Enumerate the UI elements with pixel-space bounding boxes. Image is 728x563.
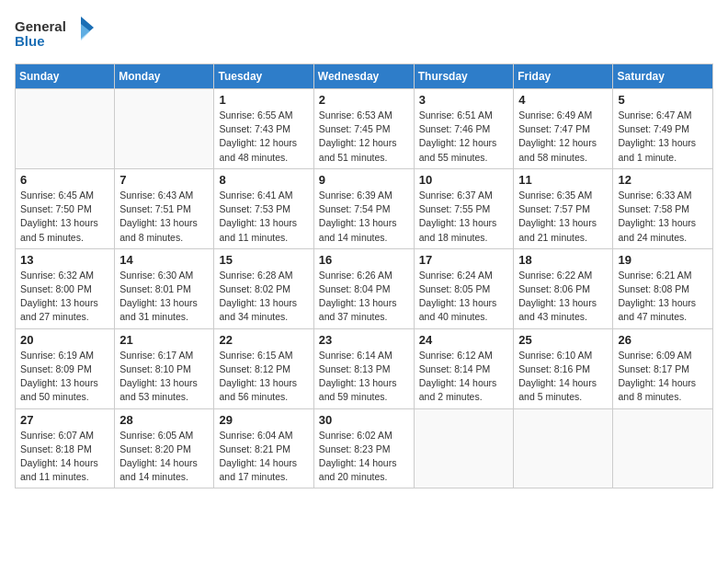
day-number: 27 [20,413,109,427]
day-number: 26 [618,333,708,347]
calendar-cell: 13Sunrise: 6:32 AM Sunset: 8:00 PM Dayli… [16,248,115,328]
calendar-cell: 28Sunrise: 6:05 AM Sunset: 8:20 PM Dayli… [115,408,214,488]
calendar-cell: 29Sunrise: 6:04 AM Sunset: 8:21 PM Dayli… [214,408,313,488]
calendar-cell: 2Sunrise: 6:53 AM Sunset: 7:45 PM Daylig… [313,89,414,169]
day-info: Sunrise: 6:41 AM Sunset: 7:53 PM Dayligh… [219,189,308,245]
day-number: 21 [119,333,209,347]
day-info: Sunrise: 6:28 AM Sunset: 8:02 PM Dayligh… [219,269,308,325]
day-info: Sunrise: 6:33 AM Sunset: 7:58 PM Dayligh… [618,189,708,245]
day-info: Sunrise: 6:04 AM Sunset: 8:21 PM Dayligh… [219,429,308,485]
day-number: 22 [219,333,308,347]
day-number: 18 [518,253,608,267]
day-info: Sunrise: 6:37 AM Sunset: 7:55 PM Dayligh… [419,189,509,245]
calendar-cell: 10Sunrise: 6:37 AM Sunset: 7:55 PM Dayli… [414,168,514,248]
day-info: Sunrise: 6:43 AM Sunset: 7:51 PM Dayligh… [119,189,209,245]
day-info: Sunrise: 6:02 AM Sunset: 8:23 PM Dayligh… [319,429,409,485]
weekday-header-row: SundayMondayTuesdayWednesdayThursdayFrid… [16,64,713,89]
day-info: Sunrise: 6:15 AM Sunset: 8:12 PM Dayligh… [219,349,308,405]
day-info: Sunrise: 6:10 AM Sunset: 8:16 PM Dayligh… [518,349,608,405]
day-number: 11 [518,173,608,187]
day-number: 10 [419,173,509,187]
weekday-header-monday: Monday [115,64,214,89]
day-number: 25 [518,333,608,347]
week-row-1: 1Sunrise: 6:55 AM Sunset: 7:43 PM Daylig… [16,89,713,169]
calendar-cell: 21Sunrise: 6:17 AM Sunset: 8:10 PM Dayli… [115,328,214,408]
calendar-cell: 4Sunrise: 6:49 AM Sunset: 7:47 PM Daylig… [514,89,613,169]
calendar-cell: 20Sunrise: 6:19 AM Sunset: 8:09 PM Dayli… [16,328,115,408]
day-info: Sunrise: 6:22 AM Sunset: 8:06 PM Dayligh… [518,269,608,325]
logo-svg: General Blue [15,15,97,56]
calendar-cell [613,408,713,488]
day-number: 28 [119,413,209,427]
day-number: 3 [419,93,509,107]
day-info: Sunrise: 6:12 AM Sunset: 8:14 PM Dayligh… [419,349,509,405]
week-row-5: 27Sunrise: 6:07 AM Sunset: 8:18 PM Dayli… [16,408,713,488]
day-info: Sunrise: 6:17 AM Sunset: 8:10 PM Dayligh… [119,349,209,405]
weekday-header-sunday: Sunday [16,64,115,89]
calendar-cell: 12Sunrise: 6:33 AM Sunset: 7:58 PM Dayli… [613,168,713,248]
day-number: 12 [618,173,708,187]
calendar-cell: 19Sunrise: 6:21 AM Sunset: 8:08 PM Dayli… [613,248,713,328]
day-number: 29 [219,413,308,427]
day-info: Sunrise: 6:19 AM Sunset: 8:09 PM Dayligh… [20,349,109,405]
day-info: Sunrise: 6:51 AM Sunset: 7:46 PM Dayligh… [419,109,509,165]
day-number: 9 [319,173,409,187]
calendar-cell: 24Sunrise: 6:12 AM Sunset: 8:14 PM Dayli… [414,328,514,408]
calendar-cell: 17Sunrise: 6:24 AM Sunset: 8:05 PM Dayli… [414,248,514,328]
calendar-cell: 3Sunrise: 6:51 AM Sunset: 7:46 PM Daylig… [414,89,514,169]
calendar-cell: 23Sunrise: 6:14 AM Sunset: 8:13 PM Dayli… [313,328,414,408]
day-number: 16 [319,253,409,267]
calendar-cell: 18Sunrise: 6:22 AM Sunset: 8:06 PM Dayli… [514,248,613,328]
day-info: Sunrise: 6:55 AM Sunset: 7:43 PM Dayligh… [219,109,308,165]
day-number: 13 [20,253,109,267]
calendar-table: SundayMondayTuesdayWednesdayThursdayFrid… [15,63,713,488]
logo-general-text: General [15,18,66,34]
calendar-cell: 9Sunrise: 6:39 AM Sunset: 7:54 PM Daylig… [313,168,414,248]
day-number: 23 [319,333,409,347]
calendar-cell: 25Sunrise: 6:10 AM Sunset: 8:16 PM Dayli… [514,328,613,408]
week-row-4: 20Sunrise: 6:19 AM Sunset: 8:09 PM Dayli… [16,328,713,408]
day-info: Sunrise: 6:26 AM Sunset: 8:04 PM Dayligh… [319,269,409,325]
calendar-cell: 11Sunrise: 6:35 AM Sunset: 7:57 PM Dayli… [514,168,613,248]
day-info: Sunrise: 6:49 AM Sunset: 7:47 PM Dayligh… [518,109,608,165]
day-number: 24 [419,333,509,347]
day-info: Sunrise: 6:05 AM Sunset: 8:20 PM Dayligh… [119,429,209,485]
weekday-header-tuesday: Tuesday [214,64,313,89]
calendar-cell [414,408,514,488]
day-number: 2 [319,93,409,107]
day-number: 1 [219,93,308,107]
weekday-header-friday: Friday [514,64,613,89]
day-info: Sunrise: 6:47 AM Sunset: 7:49 PM Dayligh… [618,109,708,165]
day-info: Sunrise: 6:53 AM Sunset: 7:45 PM Dayligh… [319,109,409,165]
day-info: Sunrise: 6:24 AM Sunset: 8:05 PM Dayligh… [419,269,509,325]
calendar-cell [16,89,115,169]
day-number: 7 [119,173,209,187]
calendar-cell: 5Sunrise: 6:47 AM Sunset: 7:49 PM Daylig… [613,89,713,169]
logo: General Blue [15,15,97,56]
weekday-header-thursday: Thursday [414,64,514,89]
day-number: 4 [518,93,608,107]
day-number: 8 [219,173,308,187]
calendar-cell: 8Sunrise: 6:41 AM Sunset: 7:53 PM Daylig… [214,168,313,248]
day-info: Sunrise: 6:14 AM Sunset: 8:13 PM Dayligh… [319,349,409,405]
day-number: 14 [119,253,209,267]
day-info: Sunrise: 6:35 AM Sunset: 7:57 PM Dayligh… [518,189,608,245]
calendar-cell: 6Sunrise: 6:45 AM Sunset: 7:50 PM Daylig… [16,168,115,248]
weekday-header-saturday: Saturday [613,64,713,89]
day-info: Sunrise: 6:45 AM Sunset: 7:50 PM Dayligh… [20,189,109,245]
day-info: Sunrise: 6:39 AM Sunset: 7:54 PM Dayligh… [319,189,409,245]
day-info: Sunrise: 6:30 AM Sunset: 8:01 PM Dayligh… [119,269,209,325]
calendar-cell: 1Sunrise: 6:55 AM Sunset: 7:43 PM Daylig… [214,89,313,169]
weekday-header-wednesday: Wednesday [313,64,414,89]
day-info: Sunrise: 6:21 AM Sunset: 8:08 PM Dayligh… [618,269,708,325]
calendar-cell [514,408,613,488]
day-number: 5 [618,93,708,107]
calendar-cell: 14Sunrise: 6:30 AM Sunset: 8:01 PM Dayli… [115,248,214,328]
day-number: 20 [20,333,109,347]
logo-blue-text: Blue [15,33,45,49]
calendar-cell: 27Sunrise: 6:07 AM Sunset: 8:18 PM Dayli… [16,408,115,488]
day-number: 19 [618,253,708,267]
page-header: General Blue [15,15,713,56]
calendar-cell: 22Sunrise: 6:15 AM Sunset: 8:12 PM Dayli… [214,328,313,408]
calendar-cell: 30Sunrise: 6:02 AM Sunset: 8:23 PM Dayli… [313,408,414,488]
